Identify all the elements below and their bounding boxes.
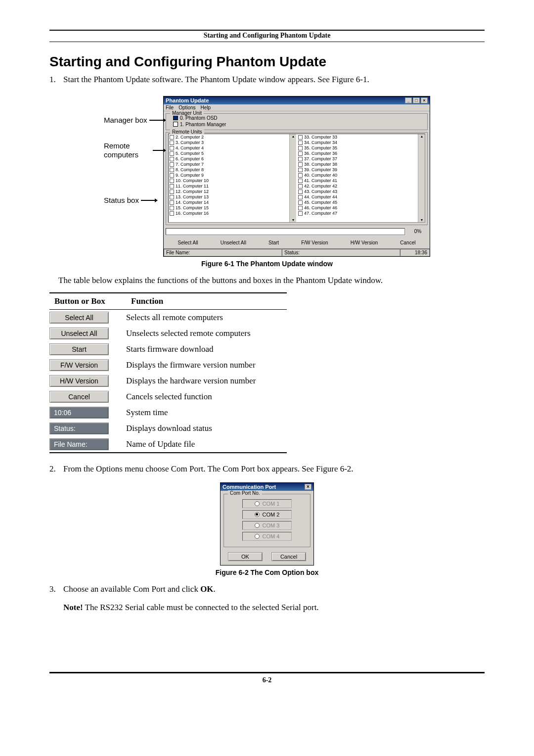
checkbox-icon[interactable] (170, 146, 174, 150)
list-item[interactable]: 38. Computer 38 (298, 162, 416, 167)
list-item-label: 14. Computer 14 (176, 200, 209, 205)
checkbox-icon[interactable] (298, 211, 303, 216)
scroll-down-icon[interactable]: ▾ (292, 218, 294, 222)
com-port-option[interactable]: COM 2 (242, 510, 292, 519)
scroll-up-icon[interactable]: ▴ (292, 134, 294, 139)
list-item[interactable]: 41. Computer 41 (298, 178, 416, 184)
checkbox-icon[interactable] (170, 151, 174, 156)
checkbox-icon[interactable] (170, 179, 174, 183)
list-item[interactable]: 45. Computer 45 (298, 200, 416, 205)
checkbox-icon[interactable] (298, 179, 303, 183)
checkbox-icon[interactable] (170, 184, 174, 189)
select-all-button[interactable]: Select All (178, 240, 198, 245)
list-item[interactable]: 43. Computer 43 (298, 189, 416, 194)
fw-version-button[interactable]: F/W Version (301, 240, 328, 245)
scroll-down-icon[interactable]: ▾ (421, 218, 423, 222)
list-item[interactable]: 8. Computer 8 (170, 167, 287, 173)
function-cell: Cancels selected function (126, 389, 287, 405)
com-port-option[interactable]: COM 4 (242, 532, 292, 541)
manager-unit-group: Manager Unit 0. Phantom OSD 1. Phantom M… (166, 113, 428, 130)
checkbox-icon[interactable] (170, 135, 174, 140)
checkbox-icon[interactable] (298, 141, 303, 145)
menu-file[interactable]: File (166, 105, 174, 110)
hw-version-button[interactable]: H/W Version (351, 240, 378, 245)
com-port-option[interactable]: COM 3 (242, 521, 292, 530)
checkbox-icon[interactable] (170, 189, 174, 194)
button-chip: Select All (49, 312, 109, 324)
checkbox-icon[interactable] (170, 157, 174, 161)
list-item-label: 36. Computer 36 (304, 151, 337, 156)
list-item[interactable]: 13. Computer 13 (170, 194, 287, 200)
radio-icon[interactable] (255, 534, 260, 539)
radio-icon[interactable] (255, 512, 260, 517)
close-icon[interactable]: × (305, 484, 312, 490)
table-row: StartStarts firmware download (49, 341, 287, 357)
list-item[interactable]: 36. Computer 36 (298, 151, 416, 156)
list-item[interactable]: 6. Computer 6 (170, 156, 287, 162)
unselect-all-button[interactable]: Unselect All (221, 240, 246, 245)
checkbox-icon[interactable] (170, 141, 174, 145)
scrollbar[interactable]: ▴▾ (418, 134, 425, 222)
checkbox-icon[interactable] (298, 173, 303, 178)
list-item[interactable]: 33. Computer 33 (298, 135, 416, 140)
function-cell: Unselects selected remote computers (126, 326, 287, 341)
scroll-up-icon[interactable]: ▴ (421, 134, 423, 139)
minimize-icon[interactable]: _ (405, 97, 412, 103)
checkbox-icon[interactable] (170, 195, 174, 199)
list-item[interactable]: 14. Computer 14 (170, 200, 287, 205)
radio-icon[interactable] (255, 501, 260, 506)
list-item[interactable]: 7. Computer 7 (170, 162, 287, 167)
list-item[interactable]: 12. Computer 12 (170, 189, 287, 194)
checkbox-icon[interactable] (173, 115, 178, 120)
checkbox-icon[interactable] (173, 122, 178, 127)
list-item[interactable]: 47. Computer 47 (298, 211, 416, 216)
checkbox-icon[interactable] (298, 195, 303, 199)
checkbox-icon[interactable] (298, 168, 303, 172)
checkbox-icon[interactable] (298, 206, 303, 210)
list-item[interactable]: 2. Computer 2 (170, 135, 287, 140)
list-item[interactable]: 46. Computer 46 (298, 205, 416, 211)
checkbox-icon[interactable] (298, 151, 303, 156)
list-item[interactable]: 10. Computer 10 (170, 178, 287, 184)
checkbox-icon[interactable] (170, 206, 174, 210)
radio-icon[interactable] (255, 523, 260, 528)
maximize-icon[interactable]: □ (413, 97, 420, 103)
list-item[interactable]: 5. Computer 5 (170, 151, 287, 156)
list-item[interactable]: 40. Computer 40 (298, 173, 416, 178)
checkbox-icon[interactable] (298, 189, 303, 194)
checkbox-icon[interactable] (298, 135, 303, 140)
list-item[interactable]: 35. Computer 35 (298, 145, 416, 151)
list-item[interactable]: 4. Computer 4 (170, 145, 287, 151)
checkbox-icon[interactable] (170, 173, 174, 178)
scrollbar[interactable]: ▴▾ (289, 134, 296, 222)
checkbox-icon[interactable] (170, 168, 174, 172)
checkbox-icon[interactable] (298, 200, 303, 205)
menu-help[interactable]: Help (201, 105, 211, 110)
checkbox-icon[interactable] (298, 157, 303, 161)
list-item[interactable]: 44. Computer 44 (298, 194, 416, 200)
list-item-label: 3. Computer 3 (176, 140, 204, 145)
checkbox-icon[interactable] (170, 200, 174, 205)
list-item[interactable]: 11. Computer 11 (170, 184, 287, 189)
list-item[interactable]: 42. Computer 42 (298, 184, 416, 189)
list-item[interactable]: 3. Computer 3 (170, 140, 287, 145)
checkbox-icon[interactable] (170, 211, 174, 216)
list-item[interactable]: 15. Computer 15 (170, 205, 287, 211)
com-port-option-label: COM 1 (263, 501, 280, 507)
list-item[interactable]: 16. Computer 16 (170, 211, 287, 216)
com-port-option[interactable]: COM 1 (242, 499, 292, 508)
list-item[interactable]: 34. Computer 34 (298, 140, 416, 145)
close-icon[interactable]: × (421, 97, 428, 103)
cancel-button[interactable]: Cancel (400, 240, 415, 245)
list-item[interactable]: 39. Computer 39 (298, 167, 416, 173)
checkbox-icon[interactable] (170, 162, 174, 167)
list-item[interactable]: 9. Computer 9 (170, 173, 287, 178)
checkbox-icon[interactable] (298, 162, 303, 167)
checkbox-icon[interactable] (298, 184, 303, 189)
start-button[interactable]: Start (268, 240, 279, 245)
menu-options[interactable]: Options (178, 105, 195, 110)
cancel-button[interactable]: Cancel (271, 552, 306, 561)
checkbox-icon[interactable] (298, 146, 303, 150)
ok-button[interactable]: OK (228, 552, 263, 561)
list-item[interactable]: 37. Computer 37 (298, 156, 416, 162)
